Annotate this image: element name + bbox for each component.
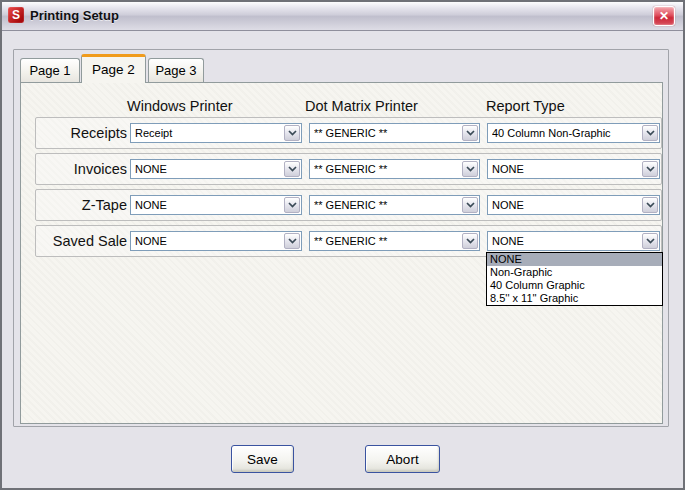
combo-receipts-report-type[interactable]: 40 Column Non-Graphic — [487, 123, 660, 143]
dropdown-arrow-icon[interactable] — [642, 197, 658, 213]
combo-invoices-dot-matrix-printer[interactable]: ** GENERIC ** — [309, 159, 480, 179]
dropdown-arrow-icon[interactable] — [284, 233, 300, 249]
window-title: Printing Setup — [30, 8, 119, 23]
dropdown-arrow-icon[interactable] — [642, 125, 658, 141]
combo-invoices-report-type[interactable]: NONE — [487, 159, 660, 179]
tab-page-2[interactable]: Page 2 — [81, 54, 146, 83]
row-label-receipts: Receipts — [38, 117, 127, 149]
combo-ztape-report-type[interactable]: NONE — [487, 195, 660, 215]
combo-value: NONE — [492, 161, 640, 177]
row-label-saved-sale: Saved Sale — [38, 225, 127, 257]
dropdown-arrow-icon[interactable] — [284, 161, 300, 177]
combo-value: NONE — [135, 197, 282, 213]
combo-value: NONE — [492, 233, 640, 249]
save-button[interactable]: Save — [231, 445, 294, 473]
combo-receipts-dot-matrix-printer[interactable]: ** GENERIC ** — [309, 123, 480, 143]
column-header-dot-matrix-printer: Dot Matrix Printer — [305, 98, 418, 116]
combo-value: NONE — [492, 197, 640, 213]
combo-value: NONE — [135, 233, 282, 249]
printing-setup-window: S Printing Setup ✕ Page 1 Page 2 Page 3 … — [0, 0, 685, 490]
dropdown-arrow-icon[interactable] — [462, 161, 478, 177]
dropdown-arrow-icon[interactable] — [642, 233, 658, 249]
dropdown-option-8-5-x-11-graphic[interactable]: 8.5'' x 11'' Graphic — [487, 292, 662, 305]
combo-value: Receipt — [135, 125, 282, 141]
titlebar[interactable]: S Printing Setup ✕ — [2, 2, 683, 31]
tab-page-3[interactable]: Page 3 — [148, 58, 204, 82]
column-header-report-type: Report Type — [486, 98, 565, 116]
dropdown-option-non-graphic[interactable]: Non-Graphic — [487, 266, 662, 279]
combo-receipts-windows-printer[interactable]: Receipt — [130, 123, 302, 143]
dropdown-arrow-icon[interactable] — [462, 197, 478, 213]
dropdown-option-none[interactable]: NONE — [487, 253, 662, 266]
app-icon: S — [8, 7, 24, 23]
close-icon: ✕ — [659, 9, 669, 23]
abort-button[interactable]: Abort — [365, 445, 440, 473]
combo-value: 40 Column Non-Graphic — [492, 125, 640, 141]
close-button[interactable]: ✕ — [653, 6, 675, 26]
combo-saved-sale-report-type[interactable]: NONE — [487, 231, 660, 251]
combo-ztape-dot-matrix-printer[interactable]: ** GENERIC ** — [309, 195, 480, 215]
dropdown-arrow-icon[interactable] — [642, 161, 658, 177]
combo-ztape-windows-printer[interactable]: NONE — [130, 195, 302, 215]
dropdown-arrow-icon[interactable] — [462, 125, 478, 141]
combo-value: ** GENERIC ** — [314, 197, 460, 213]
combo-saved-sale-windows-printer[interactable]: NONE — [130, 231, 302, 251]
combo-invoices-windows-printer[interactable]: NONE — [130, 159, 302, 179]
combo-saved-sale-dot-matrix-printer[interactable]: ** GENERIC ** — [309, 231, 480, 251]
dropdown-arrow-icon[interactable] — [284, 197, 300, 213]
dropdown-option-40-column-graphic[interactable]: 40 Column Graphic — [487, 279, 662, 292]
combo-value: ** GENERIC ** — [314, 161, 460, 177]
combo-value: NONE — [135, 161, 282, 177]
row-label-ztape: Z-Tape — [38, 189, 127, 221]
column-header-windows-printer: Windows Printer — [127, 98, 233, 116]
tab-page-1[interactable]: Page 1 — [20, 58, 80, 82]
row-label-invoices: Invoices — [38, 153, 127, 185]
dropdown-arrow-icon[interactable] — [284, 125, 300, 141]
report-type-open-dropdown: NONE Non-Graphic 40 Column Graphic 8.5''… — [486, 252, 663, 306]
dropdown-arrow-icon[interactable] — [462, 233, 478, 249]
combo-value: ** GENERIC ** — [314, 125, 460, 141]
combo-value: ** GENERIC ** — [314, 233, 460, 249]
